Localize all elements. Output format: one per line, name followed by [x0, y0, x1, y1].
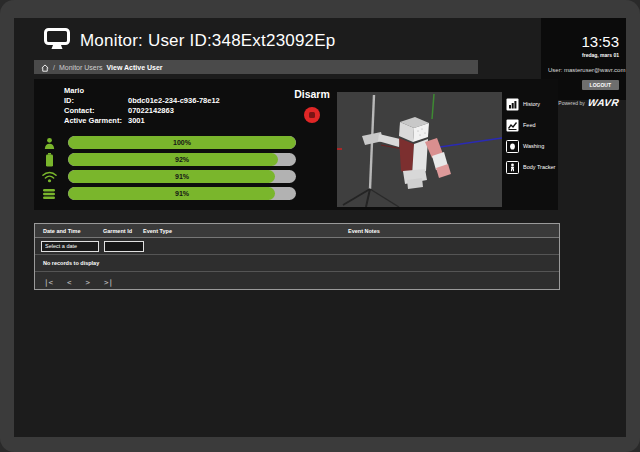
body-tracker-icon — [506, 160, 519, 173]
home-icon[interactable] — [41, 58, 49, 76]
events-table-header: Date and Time Garment Id Event Type Even… — [35, 224, 559, 238]
signal-value: 91% — [68, 187, 296, 200]
presence-value: 100% — [68, 136, 296, 149]
disarm-label: Disarm — [282, 88, 342, 100]
active-user-panel: Mario ID: 0bdc01e2-234-c936-78e12 Contac… — [34, 79, 558, 210]
history-button[interactable]: History — [506, 97, 558, 110]
app-window: Monitor: User ID:348Ext23092Ep 13:53 fre… — [0, 0, 640, 452]
monitor-icon — [44, 28, 70, 54]
body-tracker-button[interactable]: Body Tracker — [506, 160, 558, 173]
active-garment-value: 3001 — [128, 116, 145, 126]
pagination: |< < > >| — [35, 272, 559, 292]
feed-icon — [506, 118, 519, 131]
disarm-button[interactable] — [304, 107, 320, 123]
metric-row-signal: 91% — [40, 187, 58, 201]
clock-date: fredag, mars 01 — [548, 52, 619, 58]
stop-icon — [309, 112, 315, 118]
metric-row-wifi: 91% — [40, 170, 58, 184]
user-email: masteruser@wavr.com — [564, 67, 625, 73]
contact-label: Contact: — [64, 106, 128, 116]
pagination-last-icon[interactable]: >| — [104, 278, 113, 287]
breadcrumb-view-active-user: View Active User — [107, 64, 163, 71]
breadcrumb-monitor-users[interactable]: Monitor Users — [59, 64, 103, 71]
powered-by-label: Powered by — [558, 100, 584, 106]
body-tracker-label: Body Tracker — [523, 164, 555, 170]
washing-label: Washing — [523, 143, 544, 149]
washing-button[interactable]: Washing — [506, 139, 558, 152]
active-garment-label: Active Garment: — [64, 116, 128, 126]
breadcrumb: / Monitor Users View Active User — [34, 60, 478, 74]
metric-row-presence: 100% — [40, 136, 58, 150]
col-event-notes: Event Notes — [340, 228, 559, 234]
date-filter-input[interactable] — [41, 241, 99, 252]
user-presence-icon — [40, 136, 58, 150]
empty-records-message: No records to display — [35, 255, 559, 272]
wifi-value: 91% — [68, 170, 296, 183]
events-table: Date and Time Garment Id Event Type Even… — [34, 223, 560, 290]
page-title: Monitor: User ID:348Ext23092Ep — [80, 31, 335, 51]
feed-label: Feed — [523, 122, 536, 128]
metric-row-battery: 92% — [40, 153, 58, 167]
breadcrumb-separator: / — [53, 64, 55, 71]
logout-button[interactable]: LOGOUT — [582, 80, 619, 90]
body-tracker-viewport[interactable] — [337, 92, 502, 207]
signal-progressbar: 91% — [68, 187, 296, 200]
feed-button[interactable]: Feed — [506, 118, 558, 131]
main-panel: Monitor: User ID:348Ext23092Ep 13:53 fre… — [14, 18, 626, 437]
wifi-progressbar: 91% — [68, 170, 296, 183]
user-id-label: ID: — [64, 96, 128, 106]
battery-icon — [40, 153, 58, 167]
col-date-and-time: Date and Time — [35, 228, 95, 234]
col-event-type: Event Type — [135, 228, 340, 234]
wifi-icon — [40, 170, 58, 184]
battery-progressbar: 92% — [68, 153, 296, 166]
wavr-logo: WAVR — [587, 97, 620, 108]
side-actions: History Feed — [506, 97, 558, 181]
contact-value: 07022142863 — [128, 106, 174, 116]
events-table-filter-row — [35, 238, 559, 255]
user-info: Mario ID: 0bdc01e2-234-c936-78e12 Contac… — [64, 86, 220, 126]
logged-in-user: User: masteruser@wavr.com — [548, 67, 619, 73]
body-tracker-3d-figure — [337, 92, 502, 207]
powered-by: Powered by WAVR — [548, 97, 619, 108]
pagination-next-icon[interactable]: > — [86, 278, 91, 287]
history-icon — [506, 97, 519, 110]
user-prefix: User: — [548, 67, 562, 73]
battery-value: 92% — [68, 153, 296, 166]
clock-time: 13:53 — [548, 33, 619, 50]
pagination-first-icon[interactable]: |< — [44, 278, 53, 287]
washing-icon — [506, 139, 519, 152]
garment-id-filter-input[interactable] — [104, 241, 144, 252]
user-id-value: 0bdc01e2-234-c936-78e12 — [128, 96, 220, 106]
user-name: Mario — [64, 86, 220, 96]
presence-progressbar: 100% — [68, 136, 296, 149]
signal-icon — [40, 187, 58, 201]
pagination-prev-icon[interactable]: < — [67, 278, 72, 287]
col-garment-id: Garment Id — [95, 228, 135, 234]
history-label: History — [523, 101, 540, 107]
app-header: Monitor: User ID:348Ext23092Ep — [44, 28, 335, 54]
